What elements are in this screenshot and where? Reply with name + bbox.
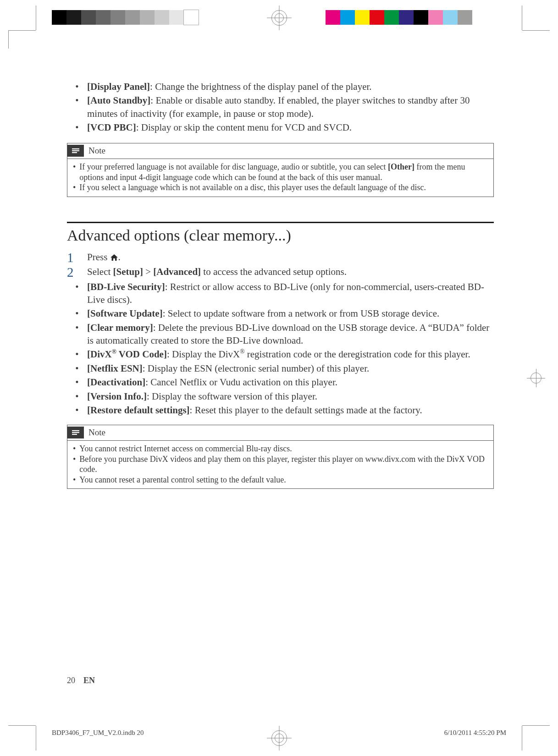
print-footer: BDP3406_F7_UM_V2.0.indb 20 6/10/2011 4:5… [52, 729, 506, 737]
note-box: Note •You cannot restrict Internet acces… [67, 425, 494, 489]
registration-target-icon [271, 10, 287, 26]
section-heading-advanced: Advanced options (clear memory...) [67, 227, 494, 244]
preference-options-list: •[Display Panel]: Change the brightness … [67, 80, 494, 134]
registration-target-icon [530, 373, 541, 383]
note-icon [67, 427, 84, 438]
note-item: •You cannot restrict Internet access on … [73, 444, 489, 454]
list-item: •[Display Panel]: Change the brightness … [67, 80, 494, 93]
note-item: •If your preferred language is not avail… [73, 162, 489, 182]
list-item: •[Deactivation]: Cancel Netflix or Vudu … [67, 376, 494, 389]
grayscale-calibration-bar [52, 10, 199, 25]
note-item: •Before you purchase DivX videos and pla… [73, 454, 489, 475]
page-content: •[Display Panel]: Change the brightness … [67, 80, 494, 489]
list-item: •[Version Info.]: Display the software v… [67, 390, 494, 403]
note-box: Note •If your preferred language is not … [67, 143, 494, 197]
note-item: •You cannot reset a parental control set… [73, 475, 489, 485]
home-icon [110, 252, 118, 263]
print-file-name: BDP3406_F7_UM_V2.0.indb 20 [52, 729, 144, 737]
page-number: 20EN [67, 676, 95, 685]
list-item: •[Software Update]: Select to update sof… [67, 307, 494, 320]
step-item: 1Press . [67, 251, 494, 264]
note-item: •If you select a language which is not a… [73, 182, 489, 193]
color-calibration-bar [326, 10, 472, 25]
list-item: •[Restore default settings]: Reset this … [67, 404, 494, 416]
list-item: •[BD-Live Security]: Restrict or allow a… [67, 280, 494, 307]
note-title: Note [88, 427, 105, 438]
list-item: •[Auto Standby]: Enable or disable auto … [67, 94, 494, 120]
list-item: •[VCD PBC]: Display or skip the content … [67, 121, 494, 134]
list-item: •[DivX® VOD Code]: Display the DivX® reg… [67, 348, 494, 361]
list-item: •[Clear memory]: Delete the previous BD-… [67, 321, 494, 347]
print-timestamp: 6/10/2011 4:55:20 PM [444, 729, 506, 737]
note-icon [67, 145, 84, 157]
section-divider [67, 222, 494, 227]
advanced-options-list: 1Press .2Select [Setup] > [Advanced] to … [67, 251, 494, 416]
list-item: •[Netflix ESN]: Display the ESN (electro… [67, 362, 494, 375]
step-item: 2Select [Setup] > [Advanced] to access t… [67, 265, 494, 279]
note-title: Note [88, 146, 105, 156]
